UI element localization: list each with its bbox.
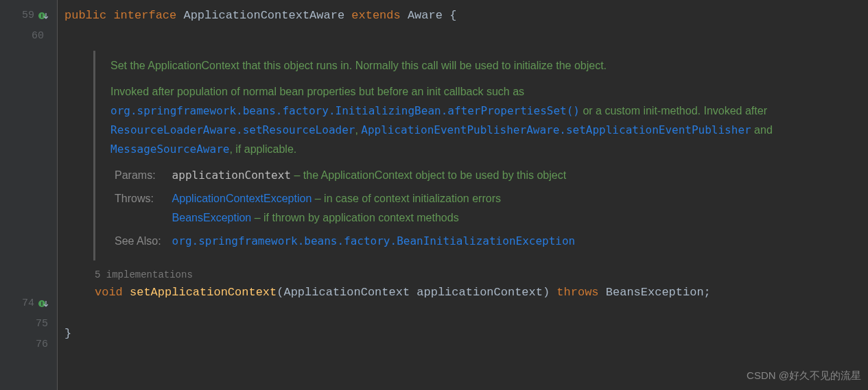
svg-text:I: I	[41, 300, 43, 307]
gutter-row[interactable]: 76	[0, 334, 54, 355]
javadoc-throws-type[interactable]: ApplicationContextException	[172, 193, 312, 204]
brace: {	[449, 9, 456, 22]
gutter: 59 I 60 74 I 75 76	[0, 0, 54, 390]
line-number: 76	[29, 334, 48, 355]
paren: )	[543, 286, 550, 299]
keyword-void: void	[95, 286, 123, 299]
keyword-extends: extends	[351, 9, 400, 22]
gutter-row[interactable]: 60	[0, 26, 54, 47]
keyword-throws: throws	[556, 286, 598, 299]
gutter-row[interactable]: 59 I	[0, 5, 54, 26]
line-number: 60	[25, 26, 44, 47]
paren: (	[277, 286, 283, 299]
brace: }	[64, 327, 71, 340]
javadoc-seealso-row: See Also: org.springframework.beans.fact…	[115, 232, 575, 255]
code-line[interactable]: public interface ApplicationContextAware…	[64, 5, 854, 26]
javadoc-code-ref[interactable]: ResourceLoaderAware.setResourceLoader	[110, 123, 355, 136]
javadoc-paragraph: Set the ApplicationContext that this obj…	[110, 56, 827, 75]
javadoc-param-name: applicationContext	[172, 169, 291, 182]
semicolon: ;	[704, 286, 711, 299]
code-line-blank[interactable]	[64, 303, 854, 324]
implements-icon[interactable]: I	[38, 11, 48, 21]
gutter-row[interactable]: 74 I	[0, 293, 54, 314]
exception-type: BeansException	[606, 286, 704, 299]
method-name: setApplicationContext	[130, 286, 277, 299]
keyword-public: public	[64, 9, 106, 22]
javadoc-throws-row: Throws: ApplicationContextException – in…	[115, 189, 575, 232]
javadoc-code-ref[interactable]: org.springframework.beans.factory.Initia…	[110, 104, 580, 117]
javadoc-throws-label: Throws:	[115, 189, 172, 232]
javadoc-seealso-ref[interactable]: org.springframework.beans.factory.BeanIn…	[172, 234, 576, 247]
super-type: Aware	[408, 9, 443, 22]
svg-text:I: I	[41, 12, 43, 19]
type-name: ApplicationContextAware	[183, 9, 344, 22]
code-area[interactable]: public interface ApplicationContextAware…	[58, 0, 868, 390]
javadoc-throws-type[interactable]: BeansException	[172, 212, 252, 223]
line-number: 75	[29, 314, 48, 334]
code-line[interactable]: void setApplicationContext(ApplicationCo…	[64, 282, 854, 303]
keyword-interface: interface	[113, 9, 176, 22]
javadoc-throws-desc: – if thrown by application context metho…	[251, 212, 458, 223]
javadoc-params-label: Params:	[115, 166, 172, 189]
implementations-hint[interactable]: 5 implementations	[64, 267, 854, 282]
javadoc-code-ref[interactable]: ApplicationEventPublisherAware.setApplic…	[361, 123, 751, 136]
line-number: 74	[15, 293, 34, 314]
code-line-blank[interactable]	[64, 26, 854, 42]
param-name: applicationContext	[417, 286, 543, 299]
javadoc-seealso-label: See Also:	[115, 232, 172, 255]
watermark: CSDN @好久不见的流星	[747, 365, 861, 386]
gutter-row[interactable]: 75	[0, 314, 54, 334]
javadoc-code-ref[interactable]: MessageSourceAware	[110, 143, 229, 156]
code-line[interactable]: }	[64, 324, 854, 344]
line-number: 59	[15, 5, 34, 26]
code-editor: 59 I 60 74 I 75 76 public interface	[0, 0, 868, 390]
param-type: ApplicationContext	[283, 286, 410, 299]
javadoc-param-desc: – the ApplicationContext object to be us…	[291, 169, 566, 181]
javadoc-paragraph: Invoked after population of normal bean …	[110, 82, 827, 159]
implements-icon[interactable]: I	[38, 299, 48, 308]
javadoc-block: Set the ApplicationContext that this obj…	[93, 51, 854, 260]
javadoc-throws-desc: – in case of context initialization erro…	[312, 193, 501, 204]
javadoc-params-row: Params: applicationContext – the Applica…	[115, 166, 575, 189]
